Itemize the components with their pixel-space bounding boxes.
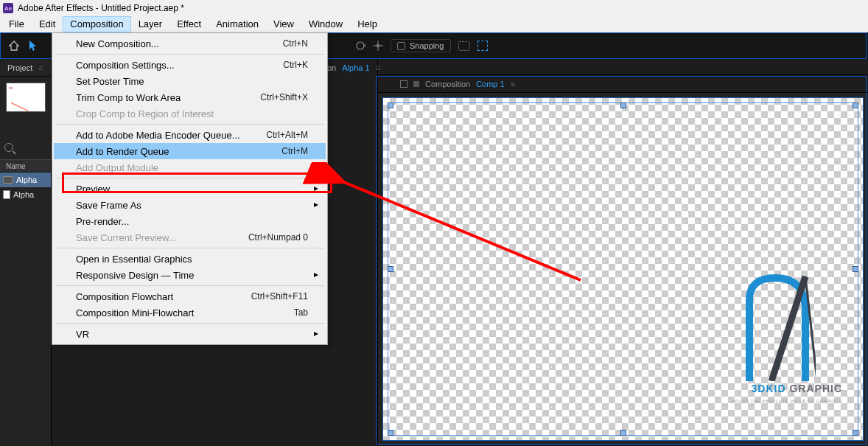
window-title: Adobe After Effects - Untitled Project.a… <box>18 3 184 13</box>
viewer-tab-name[interactable]: Comp 1 <box>476 80 505 88</box>
menu-item-label: Open in Essential Graphics <box>76 254 192 265</box>
composition-viewer-panel: Composition Comp 1 ≡ <box>377 59 868 445</box>
menu-separator <box>55 178 324 178</box>
footage-tab-name: Alpha 1 <box>342 63 369 72</box>
menu-item[interactable]: Preview <box>54 181 326 197</box>
menu-item[interactable]: Trim Comp to Work AreaCtrl+Shift+X <box>54 89 326 105</box>
menu-item-shortcut: Tab <box>294 307 308 318</box>
logo-mark-icon <box>735 271 816 381</box>
menu-separator <box>55 248 324 248</box>
viewer-tab-prefix: Composition <box>425 80 470 88</box>
menu-effect[interactable]: Effect <box>169 16 209 32</box>
viewer-tab-menu-icon[interactable]: ≡ <box>511 80 515 88</box>
viewer-toggle-icon[interactable] <box>400 80 407 88</box>
marquee-icon[interactable] <box>477 41 488 51</box>
anchor-tool-icon[interactable] <box>373 41 383 51</box>
transform-handle[interactable] <box>620 102 626 108</box>
snapping-toggle[interactable]: Snapping <box>391 39 451 52</box>
menu-item-label: Composition Settings... <box>76 60 175 71</box>
menu-item-shortcut: Ctrl+N <box>283 38 308 49</box>
transform-handle[interactable] <box>388 102 393 108</box>
menu-file[interactable]: File <box>1 16 32 32</box>
menu-item[interactable]: Composition Settings...Ctrl+K <box>54 57 326 73</box>
menu-item-label: Save Current Preview... <box>76 232 177 243</box>
menu-item[interactable]: Composition FlowchartCtrl+Shift+F11 <box>54 288 326 304</box>
menu-separator <box>55 124 324 125</box>
transform-handle[interactable] <box>388 266 393 272</box>
transform-handle[interactable] <box>388 430 393 436</box>
menu-item-shortcut: Ctrl+Alt+M <box>266 130 308 140</box>
menu-item[interactable]: New Composition...Ctrl+N <box>54 35 326 52</box>
menu-item[interactable]: VR <box>54 326 326 342</box>
menu-item-label: Pre-render... <box>76 216 129 227</box>
footage-tab-menu-icon[interactable]: ≡ <box>376 63 380 72</box>
canvas-logo: 3DKID GRAPHIC HOLDS THE ABSOLUTE VALUE O… <box>695 260 842 408</box>
menu-item[interactable]: Pre-render... <box>54 213 326 229</box>
project-panel-tab[interactable]: Project ≡ <box>0 59 51 77</box>
menu-separator <box>55 323 324 324</box>
viewer-stage[interactable]: 3DKID GRAPHIC HOLDS THE ABSOLUTE VALUE O… <box>378 93 868 445</box>
rotate-tool-icon[interactable] <box>355 41 365 51</box>
menu-item[interactable]: Composition Mini-FlowchartTab <box>54 304 326 321</box>
menu-item: Save Current Preview...Ctrl+Numpad 0 <box>54 229 326 245</box>
project-tab-label: Project <box>7 63 32 72</box>
snapping-label: Snapping <box>410 41 444 50</box>
menu-item[interactable]: Add to Render QueueCtrl+M <box>54 143 326 159</box>
selection-tool-icon[interactable] <box>25 38 41 54</box>
menu-animation[interactable]: Animation <box>209 16 266 32</box>
viewer-tab-bar: Composition Comp 1 ≡ <box>378 75 868 93</box>
menu-item[interactable]: Set Poster Time <box>54 73 326 89</box>
project-thumbnail[interactable]: txt <box>6 83 46 112</box>
menu-item: Add Output Module <box>54 159 326 175</box>
snapping-checkbox-icon[interactable] <box>397 42 405 50</box>
menu-item-label: Composition Flowchart <box>76 291 173 302</box>
menu-edit[interactable]: Edit <box>32 16 63 32</box>
menu-item-shortcut: Ctrl+Numpad 0 <box>248 232 308 243</box>
menu-item-label: Responsive Design — Time <box>76 270 194 281</box>
menu-item-label: Add to Adobe Media Encoder Queue... <box>76 130 240 141</box>
menu-item-shortcut: Ctrl+Shift+X <box>260 92 308 102</box>
project-search[interactable] <box>0 139 51 156</box>
project-item[interactable]: Alpha <box>0 187 51 202</box>
project-panel: Project ≡ txt Name AlphaAlpha <box>0 59 52 445</box>
transform-handle[interactable] <box>853 430 858 436</box>
footage-tab-suffix: on <box>327 63 336 72</box>
project-item-label: Alpha <box>16 175 37 184</box>
home-icon[interactable] <box>6 38 22 54</box>
svg-point-0 <box>357 42 364 49</box>
app-logo-icon: Ae <box>3 3 13 13</box>
project-tab-menu-icon[interactable]: ≡ <box>38 63 43 72</box>
svg-line-4 <box>771 276 805 381</box>
menu-item-label: Set Poster Time <box>76 76 144 87</box>
project-item[interactable]: Alpha <box>0 173 51 187</box>
menu-item[interactable]: Open in Essential Graphics <box>54 251 326 267</box>
menu-item-label: Crop Comp to Region of Interest <box>76 108 214 119</box>
transform-handle[interactable] <box>853 266 858 272</box>
menu-separator <box>55 54 324 55</box>
menu-item-label: Save Frame As <box>76 200 141 211</box>
menu-view[interactable]: View <box>266 16 301 32</box>
menu-help[interactable]: Help <box>350 16 385 32</box>
menu-item: Crop Comp to Region of Interest <box>54 105 326 122</box>
viewer-layer-icon[interactable] <box>413 81 419 87</box>
menu-item[interactable]: Responsive Design — Time <box>54 267 326 283</box>
menu-item[interactable]: Save Frame As <box>54 197 326 213</box>
menu-separator <box>55 285 324 286</box>
menu-composition[interactable]: Composition <box>63 16 130 32</box>
menu-window[interactable]: Window <box>301 16 350 32</box>
project-column-name: Name <box>6 162 26 170</box>
menu-layer[interactable]: Layer <box>131 16 170 32</box>
menu-item-label: Preview <box>76 184 110 195</box>
project-item-label: Alpha <box>13 190 34 199</box>
menu-item-label: Add Output Module <box>76 162 158 173</box>
transform-handle[interactable] <box>853 102 858 108</box>
menu-item[interactable]: Add to Adobe Media Encoder Queue...Ctrl+… <box>54 127 326 143</box>
logo-text: 3DKID GRAPHIC <box>752 383 842 394</box>
composition-menu-dropdown: New Composition...Ctrl+NComposition Sett… <box>52 32 328 345</box>
lasso-icon[interactable] <box>458 41 470 51</box>
footage-tab[interactable]: on Alpha 1 ≡ <box>327 59 380 77</box>
project-column-header[interactable]: Name <box>0 159 51 173</box>
search-icon <box>4 143 13 152</box>
transform-handle[interactable] <box>620 430 626 436</box>
menu-item-label: Trim Comp to Work Area <box>76 92 181 103</box>
